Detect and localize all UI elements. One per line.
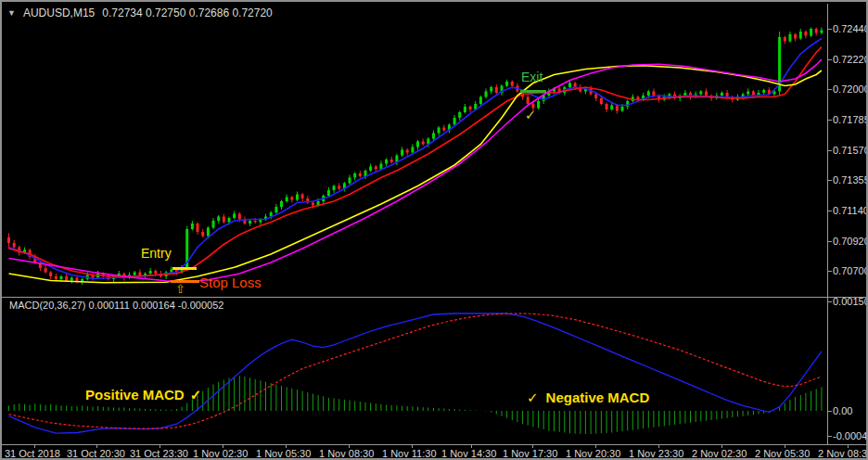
macd-axis-label: -0.000445 [833,430,868,441]
macd-axis-label: 0.001503 [833,296,868,307]
negative-macd-check-icon: ✓ [527,390,539,405]
price-axis-label: 0.71355 [833,174,868,185]
positive-macd-label: Positive MACD [85,387,185,402]
price-axis-label: 0.72220 [833,54,868,65]
exit-level-line[interactable] [520,90,546,93]
positive-macd-check-icon: ✓ [190,387,202,402]
chart-title-bar: ▼ AUDUSD,M15 0.72734 0.72750 0.72686 0.7… [7,6,273,19]
time-axis-label: 31 Oct 20:30 [67,448,125,459]
ma-yellow-slow [9,66,822,283]
price-axis-label: 0.70920 [833,236,868,247]
symbol-dropdown-icon[interactable]: ▼ [7,8,16,18]
price-axis-label: 0.72000 [833,83,868,95]
negative-macd-label: Negative MACD [546,390,650,405]
mt4-chart-window: ▼ AUDUSD,M15 0.72734 0.72750 0.72686 0.7… [0,0,868,460]
exit-checkmark-icon[interactable]: ✓ [525,108,536,122]
time-axis-label: 2 Nov 08:30 [818,448,868,459]
macd-indicator-label: MACD(20,36,27) 0.000111 0.000164 -0.0000… [9,300,223,311]
time-axis-label: 1 Nov 02:30 [193,448,248,459]
time-axis-label: 1 Nov 05:30 [256,448,311,459]
ma-blue-fast [9,39,822,279]
candles-layer [7,28,823,286]
time-axis-label: 1 Nov 08:30 [319,448,374,459]
negative-macd-annotation[interactable]: ✓Negative MACD [527,390,649,406]
price-axis-label: 0.71140 [833,205,868,216]
price-axis-label: 0.72440 [833,23,868,34]
ohlc-values: 0.72734 0.72750 0.72686 0.72720 [102,6,273,19]
time-axis-label: 1 Nov 11:30 [382,448,437,459]
macd-histogram [9,376,822,434]
exit-annotation[interactable]: Exit [521,70,542,84]
time-axis-label: 2 Nov 02:30 [692,448,747,459]
time-axis-label: 1 Nov 17:30 [503,448,557,459]
stop-loss-annotation[interactable]: Stop Loss [199,275,262,290]
time-axis-label: 31 Oct 2018 [5,448,60,459]
price-axis-label: 0.71785 [833,114,868,125]
time-axis-label: 1 Nov 14:30 [441,448,496,459]
time-axis-label: 2 Nov 05:30 [755,448,810,459]
ma-red-medium [9,47,822,277]
stop-arrow-icon[interactable]: ⇧ [175,282,185,296]
macd-axis-label: 0.00 [833,405,852,416]
symbol-period-label: AUDUSD,M15 [23,6,95,19]
axis-ticks [35,30,849,449]
macd-line [9,313,822,433]
price-axis-label: 0.71570 [833,145,868,156]
time-axis-label: 1 Nov 20:30 [566,448,620,459]
price-axis-label: 0.70700 [833,265,868,276]
time-axis-label: 1 Nov 23:30 [629,448,683,459]
positive-macd-annotation[interactable]: Positive MACD✓ [85,387,201,403]
macd-signal-line [9,313,822,428]
entry-level-line[interactable] [172,267,197,270]
time-axis-label: 31 Oct 23:30 [130,448,188,459]
entry-annotation[interactable]: Entry [141,246,172,261]
